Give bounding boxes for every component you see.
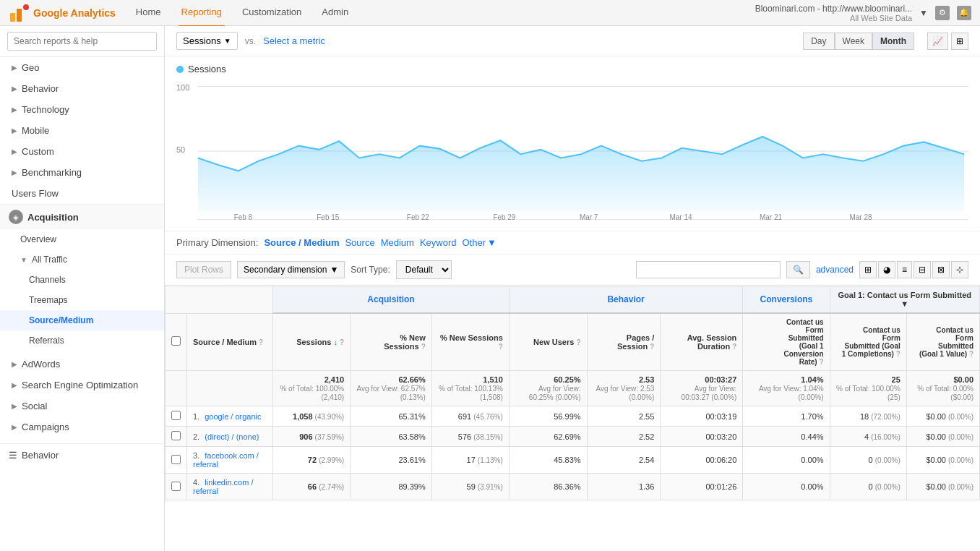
sidebar-item-overview[interactable]: Overview bbox=[0, 229, 164, 249]
nav-reporting[interactable]: Reporting bbox=[179, 0, 225, 27]
row-duration-1: 00:03:20 bbox=[661, 427, 743, 447]
source-link-0[interactable]: google / organic bbox=[205, 412, 261, 421]
bounce-rate-header[interactable]: New Users ? bbox=[509, 313, 587, 371]
sidebar-collapse-button[interactable]: ◀ bbox=[164, 278, 165, 299]
sidebar-item-channels-label: Channels bbox=[29, 275, 66, 285]
time-btn-day[interactable]: Day bbox=[803, 33, 834, 50]
sidebar-item-alltraffic[interactable]: ▼ All Traffic bbox=[0, 249, 164, 270]
nav-home[interactable]: Home bbox=[133, 0, 164, 27]
sidebar-item-behavior-bottom[interactable]: ☰ Behavior bbox=[0, 443, 164, 466]
time-btn-month[interactable]: Month bbox=[872, 33, 914, 50]
avg-session-header[interactable]: Avg. SessionDuration ? bbox=[661, 313, 743, 371]
row-bounce-3: 86.36% bbox=[509, 474, 587, 500]
row-checkbox-3[interactable] bbox=[171, 482, 181, 491]
nav-admin[interactable]: Admin bbox=[319, 0, 351, 27]
dim-sourcemedium[interactable]: Source / Medium bbox=[264, 237, 339, 248]
sidebar-item-treemaps[interactable]: Treemaps bbox=[0, 290, 164, 310]
bell-icon[interactable]: 🔔 bbox=[957, 6, 971, 20]
secondary-dim-label: Secondary dimension bbox=[244, 265, 327, 275]
row-check-0[interactable] bbox=[166, 406, 187, 427]
top-nav: Google Analytics Home Reporting Customiz… bbox=[0, 0, 980, 26]
total-sessions-cell: 2,410 % of Total: 100.00% (2,410) bbox=[273, 371, 351, 406]
grid-view-btn[interactable]: ⊞ bbox=[859, 261, 877, 278]
advanced-link[interactable]: advanced bbox=[816, 265, 854, 275]
sidebar-item-channels[interactable]: Channels bbox=[0, 270, 164, 290]
mobile-arrow-icon: ▶ bbox=[12, 127, 17, 134]
sidebar-item-benchmarking[interactable]: ▶ Benchmarking bbox=[0, 162, 164, 183]
dim-other[interactable]: Other ▼ bbox=[462, 237, 496, 248]
nav-customization[interactable]: Customization bbox=[239, 0, 304, 27]
row-check-1[interactable] bbox=[166, 427, 187, 447]
empty-header bbox=[166, 286, 273, 314]
sidebar-item-custom[interactable]: ▶ Custom bbox=[0, 141, 164, 162]
acquisition-group-header: Acquisition bbox=[273, 286, 510, 314]
sidebar-item-social[interactable]: ▶ Social bbox=[0, 396, 164, 417]
data-table: Acquisition Behavior Conversions Goal 1:… bbox=[165, 286, 980, 500]
sidebar-item-seo[interactable]: ▶ Search Engine Optimization bbox=[0, 375, 164, 396]
row-check-2[interactable] bbox=[166, 447, 187, 474]
line-chart-btn[interactable]: 📈 bbox=[927, 33, 948, 50]
row-checkbox-0[interactable] bbox=[171, 411, 181, 420]
dim-keyword[interactable]: Keyword bbox=[420, 237, 457, 248]
select-metric-link[interactable]: Select a metric bbox=[263, 35, 325, 46]
sidebar-item-technology[interactable]: ▶ Technology bbox=[0, 99, 164, 120]
row-duration-3: 00:01:26 bbox=[661, 474, 743, 500]
sidebar-item-seo-label: Search Engine Optimization bbox=[22, 380, 138, 390]
compare-view-btn[interactable]: ⊟ bbox=[914, 261, 931, 278]
time-btn-week[interactable]: Week bbox=[835, 33, 872, 50]
pages-session-header[interactable]: Pages /Session ? bbox=[587, 313, 661, 371]
sidebar-item-mobile-label: Mobile bbox=[22, 125, 49, 136]
sessions-header[interactable]: Sessions ↓ ? bbox=[273, 313, 351, 371]
secondary-dimension-button[interactable]: Secondary dimension ▼ bbox=[237, 261, 345, 278]
sidebar-item-usersflow[interactable]: Users Flow bbox=[0, 183, 164, 204]
source-link-1[interactable]: (direct) / (none) bbox=[205, 432, 259, 441]
sidebar-item-mobile[interactable]: ▶ Mobile bbox=[0, 120, 164, 141]
sidebar-item-geo[interactable]: ▶ Geo bbox=[0, 57, 164, 78]
dim-medium[interactable]: Medium bbox=[381, 237, 414, 248]
source-link-3[interactable]: linkedin.com / referral bbox=[193, 478, 254, 495]
bar-view-btn[interactable]: ≡ bbox=[897, 261, 912, 278]
sidebar-item-sourcemedium[interactable]: Source/Medium bbox=[0, 310, 164, 330]
row-checkbox-2[interactable] bbox=[171, 455, 181, 464]
legend-dot bbox=[176, 66, 184, 73]
sidebar-item-behavior[interactable]: ▶ Behavior bbox=[0, 78, 164, 99]
dropdown-icon[interactable]: ▼ bbox=[919, 8, 928, 18]
row-completions-0: 18 (72.00%) bbox=[830, 406, 906, 427]
sidebar-item-campaigns[interactable]: ▶ Campaigns bbox=[0, 417, 164, 437]
row-conv-rate-2: 0.00% bbox=[743, 447, 830, 474]
search-input[interactable] bbox=[7, 32, 157, 51]
row-value-1: $0.00 (0.00%) bbox=[906, 427, 979, 447]
row-new-users-3: 59 (3.91%) bbox=[431, 474, 509, 500]
sort-type-select[interactable]: Default bbox=[396, 260, 452, 279]
pct-new-sessions-header[interactable]: % NewSessions ? bbox=[351, 313, 432, 371]
sidebar-item-referrals[interactable]: Referrals bbox=[0, 330, 164, 351]
row-pages-0: 2.55 bbox=[587, 406, 661, 427]
sidebar-item-campaigns-label: Campaigns bbox=[22, 422, 69, 432]
table-view-btn[interactable]: ⊞ bbox=[951, 33, 968, 50]
sidebar-item-adwords[interactable]: ▶ AdWords bbox=[0, 354, 164, 375]
row-source-0: 1. google / organic bbox=[187, 406, 273, 427]
row-source-1: 2. (direct) / (none) bbox=[187, 427, 273, 447]
check-all-checkbox[interactable] bbox=[171, 336, 181, 346]
plot-rows-button[interactable]: Plot Rows bbox=[176, 261, 231, 278]
new-users-header[interactable]: % New Sessions ? bbox=[431, 313, 509, 371]
site-sub: All Web Site Data bbox=[755, 14, 912, 22]
completions-header[interactable]: Contact usFormSubmitted (Goal1 Completio… bbox=[830, 313, 906, 371]
source-link-2[interactable]: facebook.com / referral bbox=[193, 451, 259, 469]
value-header[interactable]: Contact usFormSubmitted(Goal 1 Value) ? bbox=[906, 313, 979, 371]
custom-view-btn[interactable]: ⊹ bbox=[951, 261, 968, 278]
sessions-dropdown[interactable]: Sessions ▼ bbox=[176, 32, 238, 50]
row-check-3[interactable] bbox=[166, 474, 187, 500]
acquisition-row[interactable]: ◈ Acquisition bbox=[0, 204, 164, 229]
dim-source[interactable]: Source bbox=[345, 237, 374, 248]
row-checkbox-1[interactable] bbox=[171, 431, 181, 440]
row-completions-2: 0 (0.00%) bbox=[830, 447, 906, 474]
pie-view-btn[interactable]: ◕ bbox=[878, 261, 895, 278]
goal-header[interactable]: Goal 1: Contact us Form Submitted ▼ bbox=[830, 286, 979, 314]
settings-icon[interactable]: ⚙ bbox=[935, 6, 950, 20]
search-button[interactable]: 🔍 bbox=[786, 261, 810, 278]
source-medium-header[interactable]: Source / Medium ? bbox=[187, 313, 273, 371]
table-search-input[interactable] bbox=[636, 261, 781, 278]
pivot-view-btn[interactable]: ⊠ bbox=[932, 261, 950, 278]
conv-rate-header[interactable]: Contact usFormSubmitted(Goal 1Conversion… bbox=[743, 313, 830, 371]
